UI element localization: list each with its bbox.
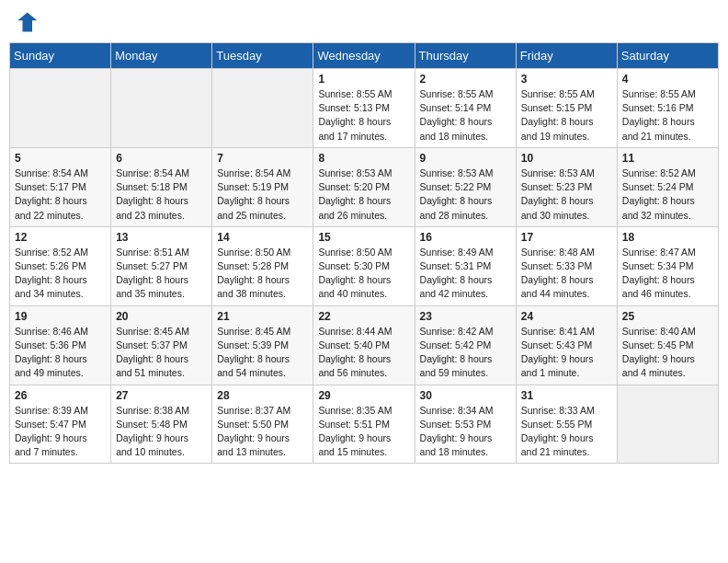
calendar-cell: 13Sunrise: 8:51 AM Sunset: 5:27 PM Dayli… [111, 226, 212, 305]
day-info: Sunrise: 8:48 AM Sunset: 5:33 PM Dayligh… [521, 246, 612, 302]
day-info: Sunrise: 8:40 AM Sunset: 5:45 PM Dayligh… [622, 325, 713, 381]
svg-marker-1 [17, 13, 37, 32]
day-number: 21 [217, 310, 308, 323]
weekday-header-row: SundayMondayTuesdayWednesdayThursdayFrid… [10, 43, 719, 69]
calendar-cell: 10Sunrise: 8:53 AM Sunset: 5:23 PM Dayli… [516, 147, 617, 226]
week-row-3: 12Sunrise: 8:52 AM Sunset: 5:26 PM Dayli… [10, 226, 719, 305]
weekday-header-thursday: Thursday [415, 43, 516, 69]
day-number: 8 [318, 152, 409, 165]
day-number: 7 [217, 152, 308, 165]
day-number: 29 [318, 389, 409, 402]
day-number: 9 [420, 152, 511, 165]
week-row-1: 1Sunrise: 8:55 AM Sunset: 5:13 PM Daylig… [10, 69, 719, 148]
day-info: Sunrise: 8:33 AM Sunset: 5:55 PM Dayligh… [521, 404, 612, 460]
day-info: Sunrise: 8:53 AM Sunset: 5:22 PM Dayligh… [420, 167, 511, 223]
calendar-cell: 17Sunrise: 8:48 AM Sunset: 5:33 PM Dayli… [516, 226, 617, 305]
day-number: 3 [521, 73, 612, 86]
calendar-cell: 7Sunrise: 8:54 AM Sunset: 5:19 PM Daylig… [212, 147, 313, 226]
week-row-4: 19Sunrise: 8:46 AM Sunset: 5:36 PM Dayli… [10, 305, 719, 385]
week-row-5: 26Sunrise: 8:39 AM Sunset: 5:47 PM Dayli… [10, 385, 719, 464]
day-number: 31 [521, 389, 612, 402]
day-number: 22 [318, 310, 409, 323]
day-info: Sunrise: 8:52 AM Sunset: 5:24 PM Dayligh… [622, 167, 713, 223]
day-number: 15 [318, 231, 409, 244]
day-number: 12 [15, 231, 106, 244]
day-number: 4 [622, 73, 713, 86]
weekday-header-friday: Friday [516, 43, 617, 69]
day-number: 17 [521, 231, 612, 244]
day-info: Sunrise: 8:50 AM Sunset: 5:30 PM Dayligh… [318, 246, 409, 302]
calendar-cell: 9Sunrise: 8:53 AM Sunset: 5:22 PM Daylig… [415, 147, 516, 226]
day-number: 2 [420, 73, 511, 86]
day-number: 6 [116, 152, 207, 165]
day-number: 10 [521, 152, 612, 165]
calendar-cell: 11Sunrise: 8:52 AM Sunset: 5:24 PM Dayli… [617, 147, 718, 226]
calendar-cell: 24Sunrise: 8:41 AM Sunset: 5:43 PM Dayli… [516, 305, 617, 385]
day-info: Sunrise: 8:39 AM Sunset: 5:47 PM Dayligh… [15, 404, 106, 460]
day-info: Sunrise: 8:37 AM Sunset: 5:50 PM Dayligh… [217, 404, 308, 460]
weekday-header-wednesday: Wednesday [313, 43, 415, 69]
day-info: Sunrise: 8:53 AM Sunset: 5:20 PM Dayligh… [318, 167, 409, 223]
day-number: 5 [15, 152, 106, 165]
calendar-cell: 3Sunrise: 8:55 AM Sunset: 5:15 PM Daylig… [516, 69, 617, 148]
calendar-cell: 31Sunrise: 8:33 AM Sunset: 5:55 PM Dayli… [516, 385, 617, 464]
day-info: Sunrise: 8:53 AM Sunset: 5:23 PM Dayligh… [521, 167, 612, 223]
day-info: Sunrise: 8:47 AM Sunset: 5:34 PM Dayligh… [622, 246, 713, 302]
calendar-cell: 16Sunrise: 8:49 AM Sunset: 5:31 PM Dayli… [415, 226, 516, 305]
day-number: 25 [622, 310, 713, 323]
logo [13, 9, 40, 35]
day-info: Sunrise: 8:51 AM Sunset: 5:27 PM Dayligh… [116, 246, 207, 302]
day-info: Sunrise: 8:46 AM Sunset: 5:36 PM Dayligh… [15, 325, 106, 381]
day-number: 18 [622, 231, 713, 244]
calendar-cell: 15Sunrise: 8:50 AM Sunset: 5:30 PM Dayli… [313, 226, 415, 305]
day-info: Sunrise: 8:55 AM Sunset: 5:16 PM Dayligh… [622, 87, 713, 144]
calendar-cell: 19Sunrise: 8:46 AM Sunset: 5:36 PM Dayli… [10, 305, 111, 385]
day-number: 26 [15, 389, 106, 402]
calendar-cell: 4Sunrise: 8:55 AM Sunset: 5:16 PM Daylig… [617, 69, 718, 148]
calendar-cell [111, 69, 212, 148]
day-number: 13 [116, 231, 207, 244]
calendar-cell: 22Sunrise: 8:44 AM Sunset: 5:40 PM Dayli… [313, 305, 415, 385]
calendar-cell: 29Sunrise: 8:35 AM Sunset: 5:51 PM Dayli… [313, 385, 415, 464]
calendar-cell [10, 69, 111, 148]
day-number: 30 [420, 389, 511, 402]
day-number: 23 [420, 310, 511, 323]
calendar-cell: 14Sunrise: 8:50 AM Sunset: 5:28 PM Dayli… [212, 226, 313, 305]
day-info: Sunrise: 8:55 AM Sunset: 5:15 PM Dayligh… [521, 87, 612, 144]
day-info: Sunrise: 8:38 AM Sunset: 5:48 PM Dayligh… [116, 404, 207, 460]
calendar-cell: 6Sunrise: 8:54 AM Sunset: 5:18 PM Daylig… [111, 147, 212, 226]
day-info: Sunrise: 8:49 AM Sunset: 5:31 PM Dayligh… [420, 246, 511, 302]
weekday-header-tuesday: Tuesday [212, 43, 313, 69]
day-info: Sunrise: 8:45 AM Sunset: 5:39 PM Dayligh… [217, 325, 308, 381]
calendar-cell: 28Sunrise: 8:37 AM Sunset: 5:50 PM Dayli… [212, 385, 313, 464]
weekday-header-saturday: Saturday [617, 43, 718, 69]
calendar-cell [617, 385, 718, 464]
calendar-cell: 26Sunrise: 8:39 AM Sunset: 5:47 PM Dayli… [10, 385, 111, 464]
calendar-cell: 1Sunrise: 8:55 AM Sunset: 5:13 PM Daylig… [313, 69, 415, 148]
day-number: 16 [420, 231, 511, 244]
calendar-cell: 23Sunrise: 8:42 AM Sunset: 5:42 PM Dayli… [415, 305, 516, 385]
day-info: Sunrise: 8:54 AM Sunset: 5:17 PM Dayligh… [15, 167, 106, 223]
day-info: Sunrise: 8:45 AM Sunset: 5:37 PM Dayligh… [116, 325, 207, 381]
day-info: Sunrise: 8:55 AM Sunset: 5:14 PM Dayligh… [420, 87, 511, 144]
day-info: Sunrise: 8:44 AM Sunset: 5:40 PM Dayligh… [318, 325, 409, 381]
calendar-cell: 27Sunrise: 8:38 AM Sunset: 5:48 PM Dayli… [111, 385, 212, 464]
day-number: 20 [116, 310, 207, 323]
day-info: Sunrise: 8:34 AM Sunset: 5:53 PM Dayligh… [420, 404, 511, 460]
day-number: 27 [116, 389, 207, 402]
calendar-cell: 30Sunrise: 8:34 AM Sunset: 5:53 PM Dayli… [415, 385, 516, 464]
calendar-table: SundayMondayTuesdayWednesdayThursdayFrid… [9, 42, 719, 464]
day-info: Sunrise: 8:54 AM Sunset: 5:18 PM Dayligh… [116, 167, 207, 223]
calendar-cell: 20Sunrise: 8:45 AM Sunset: 5:37 PM Dayli… [111, 305, 212, 385]
day-info: Sunrise: 8:42 AM Sunset: 5:42 PM Dayligh… [420, 325, 511, 381]
week-row-2: 5Sunrise: 8:54 AM Sunset: 5:17 PM Daylig… [10, 147, 719, 226]
day-info: Sunrise: 8:52 AM Sunset: 5:26 PM Dayligh… [15, 246, 106, 302]
day-info: Sunrise: 8:54 AM Sunset: 5:19 PM Dayligh… [217, 167, 308, 223]
calendar-cell: 5Sunrise: 8:54 AM Sunset: 5:17 PM Daylig… [10, 147, 111, 226]
logo-icon [13, 9, 39, 35]
day-info: Sunrise: 8:41 AM Sunset: 5:43 PM Dayligh… [521, 325, 612, 381]
calendar-cell: 25Sunrise: 8:40 AM Sunset: 5:45 PM Dayli… [617, 305, 718, 385]
day-number: 1 [318, 73, 409, 86]
weekday-header-sunday: Sunday [10, 43, 111, 69]
day-info: Sunrise: 8:50 AM Sunset: 5:28 PM Dayligh… [217, 246, 308, 302]
